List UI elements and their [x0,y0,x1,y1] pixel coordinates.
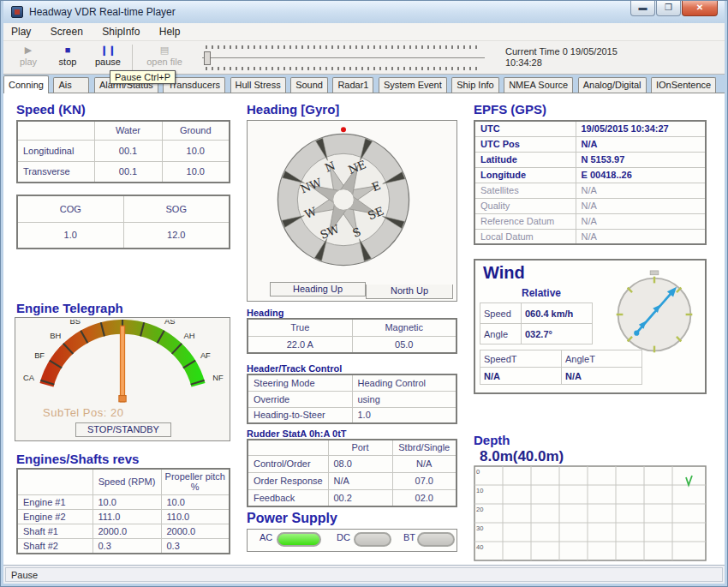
tab-ais[interactable]: Ais [53,77,89,93]
tab-radar1[interactable]: Radar1 [332,77,373,93]
power-supply-title: Power Supply [247,511,337,526]
wind-speedt-value: N/A [480,368,562,385]
svg-text:AH: AH [184,332,195,340]
cog-value: 1.0 [17,222,123,249]
table-row: Shaft #2 0.3 0.3 [17,538,230,554]
engines-shafts-table: Speed (RPM) Propeller pitch % Engine #1 … [16,468,230,554]
tab-system-event[interactable]: System Event [379,77,447,93]
svg-text:10: 10 [476,487,483,494]
rudder-title: Rudder StatA 0h:A 0tT [247,428,347,439]
pause-tooltip: Pause Ctrl+P [110,70,176,84]
tab-sound[interactable]: Sound [290,77,328,93]
table-row: Control/Order 08.0 N/A [248,455,456,472]
conning-page: Speed (KN) Water Ground Longitudinal 00.… [3,93,725,565]
tab-analog-digital[interactable]: Analog/Digital [578,77,647,93]
sog-label: SOG [123,195,230,222]
track-control-title: Header/Track Control [247,363,342,374]
heading-title: Heading [247,308,283,318]
app-window: Headway VDR Real-time Player ▬ ❐ ✕ Play … [0,0,728,587]
epfs-table: UTC 19/05/2015 10:34:27 UTC Pos N/A Lati… [474,120,707,245]
wind-relative-label: Relative [494,287,588,299]
heading-true-value: 22.0 A [248,336,352,353]
timeline-slider[interactable] [202,45,485,70]
wind-speed-value: 060.4 km/h [522,303,593,324]
tab-ionsentence[interactable]: IOnSentence [651,77,716,93]
slider-ticks-top [206,45,481,49]
table-row: Longitudinal 00.1 10.0 [17,140,230,161]
menu-screen[interactable]: Screen [43,23,91,38]
depth-value: 8.0m(40.0m) [480,448,564,465]
maximize-button[interactable]: ❐ [656,1,681,16]
heading-table: True Magnetic 22.0 A 05.0 [247,318,457,354]
table-row: Local Datum N/A [474,229,706,244]
table-row: Longitude E 00418..26 [474,167,706,183]
wind-dial [609,269,700,360]
wind-panel: Wind Relative Speed 060.4 km/h Angle 032… [474,259,707,394]
open-file-button[interactable]: ▤ open file [139,44,190,72]
engines-shafts-title: Engines/Shafts revs [16,452,139,466]
subtel-pos-label: SubTel Pos: 20 [43,406,123,419]
play-icon: ▶ [9,44,48,57]
engines-col-pitch: Propeller pitch % [161,469,230,494]
close-button[interactable]: ✕ [682,1,718,16]
tab-hull-stress[interactable]: Hull Stress [230,77,286,93]
bt-label: BT [403,532,415,542]
svg-text:BF: BF [34,351,45,360]
rudder-col-port: Port [328,440,392,455]
tab-conning[interactable]: Conning [3,75,49,93]
cog-label: COG [17,195,123,222]
compass-rose: N NE E SE S SW W NW [268,124,419,275]
table-row: Reference Datum N/A [474,213,706,229]
heading-magnetic-value: 05.0 [352,336,456,353]
sog-value: 12.0 [123,222,230,249]
tab-ship-info[interactable]: Ship Info [451,77,498,93]
dc-label: DC [337,532,350,542]
heading-magnetic-label: Magnetic [352,319,456,336]
ac-indicator [277,532,321,547]
tab-nmea-source[interactable]: NMEA Source [504,77,573,93]
menu-shipinfo[interactable]: ShipInfo [94,23,147,38]
wind-angle-value: 032.7° [522,324,593,344]
telegraph-needle [121,326,125,402]
rudder-table: Port Stbrd/Single Control/Order 08.0 N/A… [247,439,457,507]
stop-standby-button[interactable]: STOP/STANDBY [75,422,171,437]
svg-text:BH: BH [50,332,61,340]
pause-button[interactable]: ❙❙ pause [88,44,128,72]
table-row: 1.0 12.0 [17,222,230,249]
speed-table: Water Ground Longitudinal 00.1 10.0 Tran… [16,120,230,183]
stop-button[interactable]: ■ stop [48,44,87,72]
svg-text:BS: BS [70,320,81,326]
slider-track[interactable] [202,57,485,58]
slider-handle[interactable] [204,51,211,65]
depth-chart: 0 10 20 30 40 [474,465,707,561]
table-row: Engine #2 111.0 110.0 [17,509,230,524]
status-bar: Pause [3,565,725,584]
wind-anglet-value: N/A [562,368,642,385]
current-time-clock: 10:34:28 [505,57,618,69]
north-up-button[interactable]: North Up [366,285,453,299]
heading-up-button[interactable]: Heading Up [270,282,366,296]
play-button[interactable]: ▶ play [9,44,48,72]
svg-text:20: 20 [476,506,483,513]
window-title: Headway VDR Real-time Player [29,6,176,18]
table-row: Satellites N/A [474,183,706,198]
minimize-button[interactable]: ▬ [630,1,655,16]
table-row: Heading-to-Steer 1.0 [248,407,456,423]
heading-true-label: True [248,319,352,336]
table-row: Speed 060.4 km/h [480,303,593,324]
menu-help[interactable]: Help [152,23,188,38]
stop-label: stop [48,57,87,67]
stop-icon: ■ [48,44,87,57]
table-row: Quality N/A [474,198,706,213]
table-row: N/A N/A [480,368,642,385]
table-row: Transverse 00.1 10.0 [17,161,230,183]
speed-title: Speed (KN) [16,102,86,117]
table-row: Override using [248,391,456,407]
title-bar: Headway VDR Real-time Player ▬ ❐ ✕ [3,1,725,23]
engine-telegraph-panel: CA BF BH BS BD ST AD AS AH AF NF [15,317,230,441]
current-time-date: Current Time 0 19/05/2015 [505,46,618,57]
compass-heading-marker [341,127,346,132]
menu-play[interactable]: Play [3,23,39,38]
table-row: Order Response N/A 07.0 [248,472,456,489]
table-row: Shaft #1 2000.0 2000.0 [17,524,230,538]
